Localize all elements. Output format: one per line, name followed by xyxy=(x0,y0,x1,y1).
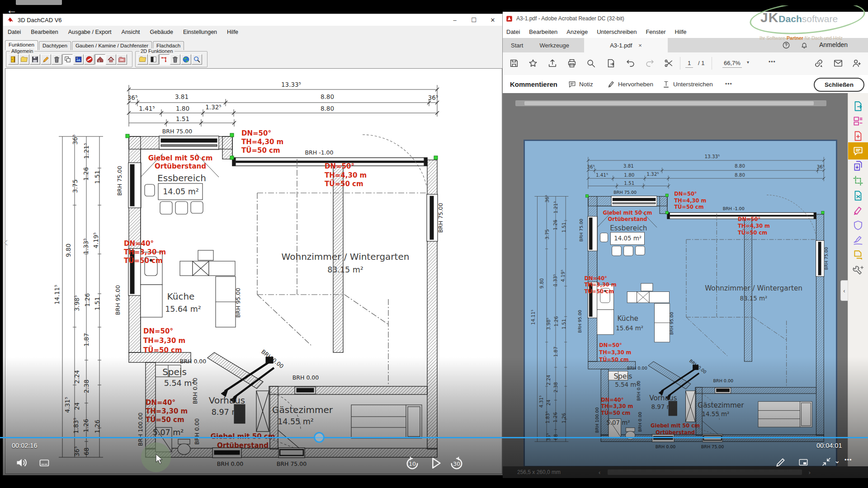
highlight-tool[interactable]: Hervorheben xyxy=(607,75,653,93)
zoom-caret-icon[interactable]: ▾ xyxy=(747,60,749,65)
video-progress-bar[interactable] xyxy=(0,437,868,438)
export-pdf-icon[interactable] xyxy=(606,58,616,68)
tab-start[interactable]: Start xyxy=(503,38,531,52)
export-pdf-tool[interactable] xyxy=(852,100,864,112)
player-more-icon[interactable]: ••• xyxy=(844,456,852,463)
menu-anzeige[interactable]: Anzeige xyxy=(566,28,588,35)
comment-more-icon[interactable]: ••• xyxy=(725,75,732,93)
protect-tool[interactable] xyxy=(852,220,864,231)
comment-tool[interactable] xyxy=(852,145,864,157)
tab-werkzeuge[interactable]: Werkzeuge xyxy=(531,38,577,52)
organize-pages-tool[interactable] xyxy=(852,115,864,127)
chevron-down-icon[interactable]: ⌄ xyxy=(834,456,840,465)
subtitles-icon[interactable] xyxy=(38,458,51,469)
menu-bearbeiten[interactable]: Bearbeiten xyxy=(529,28,557,35)
favorites-icon[interactable] xyxy=(528,58,538,68)
close-button[interactable]: ✕ xyxy=(483,14,502,26)
back-arrow-icon[interactable]: ← xyxy=(6,4,17,16)
open-button[interactable] xyxy=(19,54,29,65)
picture-in-picture-icon[interactable] xyxy=(797,458,809,468)
forward-30-button[interactable]: 30 xyxy=(448,455,465,472)
plan-label: 1.80 xyxy=(176,105,189,112)
send-review-tool[interactable] xyxy=(852,249,864,261)
search-icon[interactable] xyxy=(586,58,596,68)
menu-ansicht[interactable]: Ansicht xyxy=(122,29,140,35)
more-tools[interactable] xyxy=(852,264,864,276)
menu-bearbeiten[interactable]: Bearbeiten xyxy=(31,29,58,35)
cad-drawing-canvas[interactable]: 13.33⁵36⁵3.818.8036⁵1.41⁵1.801.32⁵8.801.… xyxy=(5,68,502,474)
menu-ausgabe-export[interactable]: Ausgabe / Export xyxy=(68,29,112,35)
page-number-input[interactable]: 1 xyxy=(685,60,693,68)
pdf-page[interactable]: 13.33⁵36⁵3.818.8036⁵1.41⁵1.801.32⁵8.801.… xyxy=(524,140,837,467)
seek-back-chevron-icon[interactable]: ‹ xyxy=(4,234,8,249)
save-icon[interactable] xyxy=(509,58,519,68)
redo-icon[interactable] xyxy=(645,58,655,68)
acrobat-titlebar[interactable]: A3-1.pdf - Adobe Acrobat Reader DC (32-b… xyxy=(503,12,868,25)
share-icon[interactable] xyxy=(547,58,557,68)
exit-fullscreen-icon[interactable] xyxy=(821,456,832,467)
archive-button[interactable] xyxy=(117,54,127,65)
exit-button[interactable] xyxy=(8,54,19,65)
note-tool[interactable]: Notiz xyxy=(568,75,593,93)
create-pdf-tool[interactable] xyxy=(852,130,864,142)
annotate-pencil-icon[interactable] xyxy=(775,456,787,468)
underline-tool[interactable]: Unterstreichen xyxy=(662,75,713,93)
abort-button[interactable] xyxy=(84,54,94,65)
roof-select-button[interactable] xyxy=(95,54,105,65)
roof-edit-button[interactable] xyxy=(106,54,116,65)
zoom-level-value[interactable]: 66,7% xyxy=(722,60,742,68)
print-icon[interactable] xyxy=(567,58,577,68)
contrast-button[interactable] xyxy=(148,54,159,65)
zoom-button[interactable] xyxy=(192,54,202,65)
horizontal-scrollbar[interactable] xyxy=(515,100,826,106)
edit-button[interactable] xyxy=(41,54,51,65)
menu-hilfe[interactable]: Hilfe xyxy=(227,29,238,35)
minimize-button[interactable]: – xyxy=(445,14,464,26)
tab-dachtypen[interactable]: Dachtypen xyxy=(39,41,71,50)
undo-icon[interactable] xyxy=(626,58,636,68)
edit-pdf-tool[interactable] xyxy=(852,175,864,187)
menu-gebaeude[interactable]: Gebäude xyxy=(150,29,173,35)
menu-fenster[interactable]: Fenster xyxy=(646,28,665,35)
certificates-tool[interactable] xyxy=(852,235,864,246)
person-add-icon[interactable] xyxy=(852,58,862,68)
status-scrollbar[interactable] xyxy=(608,469,802,475)
pdf-document-area[interactable]: 13.33⁵36⁵3.818.8036⁵1.41⁵1.801.32⁵8.801.… xyxy=(503,93,848,478)
delete-button[interactable] xyxy=(52,54,62,65)
floorplan-drawing[interactable]: 13.33⁵36⁵3.818.8036⁵1.41⁵1.801.32⁵8.801.… xyxy=(5,69,502,474)
close-comment-button[interactable]: Schließen xyxy=(814,78,864,92)
combine-files-tool[interactable] xyxy=(852,160,864,172)
video-progress-handle[interactable] xyxy=(314,432,325,443)
snapshot-icon[interactable] xyxy=(664,58,674,68)
tab-document[interactable]: A3-1.pdf × xyxy=(584,38,668,52)
save-button[interactable] xyxy=(30,54,40,65)
fill-sign-tool[interactable] xyxy=(852,205,864,216)
scroll-right-icon[interactable]: › xyxy=(808,469,810,476)
menu-hilfe[interactable]: Hilfe xyxy=(675,28,686,35)
compress-pdf-tool[interactable] xyxy=(852,190,864,202)
link-icon[interactable] xyxy=(814,58,824,68)
world-button[interactable] xyxy=(181,54,191,65)
polyline-button[interactable] xyxy=(159,54,170,65)
open-2d-button[interactable] xyxy=(137,54,148,65)
tools-pane-collapse-icon[interactable]: ‹ xyxy=(840,280,848,301)
help-icon[interactable] xyxy=(782,41,790,49)
view-3d-button[interactable] xyxy=(73,54,84,65)
notifications-bell-icon[interactable] xyxy=(800,41,808,49)
copy-objects-button[interactable] xyxy=(62,54,73,65)
rewind-10-button[interactable]: 10 xyxy=(404,455,420,472)
volume-icon[interactable] xyxy=(15,456,28,469)
menu-unterschreiben[interactable]: Unterschreiben xyxy=(597,28,637,35)
menu-datei[interactable]: Datei xyxy=(506,28,520,35)
sign-in-link[interactable]: Anmelden xyxy=(819,41,848,48)
mail-icon[interactable] xyxy=(833,58,843,68)
menu-datei[interactable]: Datei xyxy=(8,29,21,35)
maximize-button[interactable]: ☐ xyxy=(464,14,483,26)
doc-tab-close-icon[interactable]: × xyxy=(638,42,642,49)
menu-einstellungen[interactable]: Einstellungen xyxy=(183,29,217,35)
dachcad-titlebar[interactable]: 3D DachCAD V6 – ☐ ✕ xyxy=(3,14,502,26)
delete-2d-button[interactable] xyxy=(170,54,180,65)
scroll-left-icon[interactable]: ‹ xyxy=(599,469,600,476)
toolbar-more-icon[interactable]: ••• xyxy=(769,59,776,65)
play-button[interactable] xyxy=(429,455,443,471)
